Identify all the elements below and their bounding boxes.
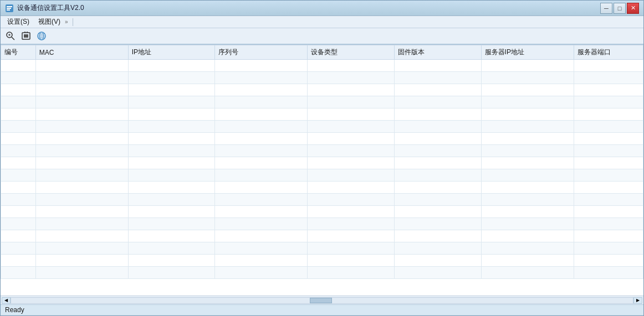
app-icon <box>5 4 14 13</box>
table-container: 编号 MAC IP地址 序列号 设备类型 固件版本 服务器IP地址 服务器端口 <box>1 45 643 296</box>
table-row[interactable] <box>1 194 643 206</box>
network-icon <box>37 31 47 41</box>
table-row[interactable] <box>1 169 643 182</box>
table-row[interactable] <box>1 218 643 230</box>
network-button[interactable] <box>35 29 48 43</box>
table-cell <box>215 267 308 279</box>
table-cell <box>308 169 395 182</box>
window-title: 设备通信设置工具V2.0 <box>17 3 84 13</box>
menu-view[interactable]: 视图(V) <box>34 16 65 28</box>
table-cell <box>35 133 128 145</box>
table-cell <box>308 60 395 72</box>
table-header: 编号 MAC IP地址 序列号 设备类型 固件版本 服务器IP地址 服务器端口 <box>1 45 643 60</box>
table-cell <box>308 267 395 279</box>
search-button[interactable] <box>4 29 17 43</box>
table-cell <box>574 60 643 72</box>
table-row[interactable] <box>1 84 643 96</box>
table-cell <box>35 157 128 169</box>
table-cell <box>481 108 574 121</box>
table-row[interactable] <box>1 96 643 108</box>
table-cell <box>215 242 308 255</box>
table-row[interactable] <box>1 230 643 242</box>
table-cell <box>394 206 481 218</box>
table-cell <box>215 230 308 242</box>
table-cell <box>128 72 215 84</box>
table-cell <box>1 218 36 230</box>
table-row[interactable] <box>1 60 643 72</box>
table-cell <box>215 169 308 182</box>
table-cell <box>394 133 481 145</box>
table-cell <box>308 84 395 96</box>
table-cell <box>1 108 36 121</box>
table-cell <box>215 206 308 218</box>
scrollbar-thumb[interactable] <box>310 298 332 303</box>
table-row[interactable] <box>1 182 643 194</box>
table-row[interactable] <box>1 121 643 133</box>
table-cell <box>481 194 574 206</box>
table-cell <box>128 182 215 194</box>
table-cell <box>35 255 128 267</box>
table-cell <box>35 121 128 133</box>
table-cell <box>574 145 643 157</box>
table-cell <box>574 157 643 169</box>
table-cell <box>128 96 215 108</box>
table-cell <box>1 242 36 255</box>
scrollbar-horizontal[interactable]: ◀ ▶ <box>1 296 643 304</box>
table-cell <box>308 121 395 133</box>
table-row[interactable] <box>1 133 643 145</box>
status-text: Ready <box>5 306 24 314</box>
table-row[interactable] <box>1 145 643 157</box>
close-button[interactable]: ✕ <box>627 3 639 14</box>
table-cell <box>128 145 215 157</box>
table-cell <box>308 157 395 169</box>
col-header-ip: IP地址 <box>128 45 215 60</box>
scrollbar-track[interactable] <box>11 297 633 304</box>
table-row[interactable] <box>1 267 643 279</box>
table-cell <box>574 255 643 267</box>
table-cell <box>574 242 643 255</box>
table-cell <box>308 242 395 255</box>
table-cell <box>481 206 574 218</box>
table-row[interactable] <box>1 255 643 267</box>
table-row[interactable] <box>1 108 643 121</box>
svg-rect-3 <box>7 9 10 11</box>
table-cell <box>215 157 308 169</box>
table-cell <box>394 242 481 255</box>
table-cell <box>308 133 395 145</box>
app-window: 设备通信设置工具V2.0 ─ □ ✕ 设置(S) 视图(V) » <box>0 0 644 316</box>
menu-expander[interactable]: » <box>65 19 68 25</box>
table-cell <box>574 267 643 279</box>
menu-settings[interactable]: 设置(S) <box>3 16 34 28</box>
table-cell <box>35 145 128 157</box>
table-row[interactable] <box>1 206 643 218</box>
table-cell <box>481 145 574 157</box>
table-cell <box>128 230 215 242</box>
table-cell <box>308 218 395 230</box>
table-row[interactable] <box>1 242 643 255</box>
table-cell <box>308 230 395 242</box>
table-cell <box>128 60 215 72</box>
table-cell <box>128 169 215 182</box>
scroll-right-button[interactable]: ▶ <box>633 297 642 304</box>
data-table: 编号 MAC IP地址 序列号 设备类型 固件版本 服务器IP地址 服务器端口 <box>1 45 643 279</box>
table-cell <box>394 194 481 206</box>
table-cell <box>481 121 574 133</box>
table-row[interactable] <box>1 157 643 169</box>
table-cell <box>574 133 643 145</box>
restore-button[interactable]: □ <box>614 3 626 14</box>
scan-button[interactable] <box>19 29 33 43</box>
table-cell <box>35 96 128 108</box>
col-header-no: 编号 <box>1 45 36 60</box>
table-cell <box>215 133 308 145</box>
scroll-left-button[interactable]: ◀ <box>2 297 11 304</box>
table-cell <box>215 108 308 121</box>
table-cell <box>481 255 574 267</box>
minimize-button[interactable]: ─ <box>600 3 612 14</box>
table-cell <box>215 84 308 96</box>
table-cell <box>394 121 481 133</box>
table-cell <box>128 157 215 169</box>
table-row[interactable] <box>1 72 643 84</box>
svg-line-5 <box>12 37 14 40</box>
table-cell <box>35 169 128 182</box>
table-cell <box>574 206 643 218</box>
